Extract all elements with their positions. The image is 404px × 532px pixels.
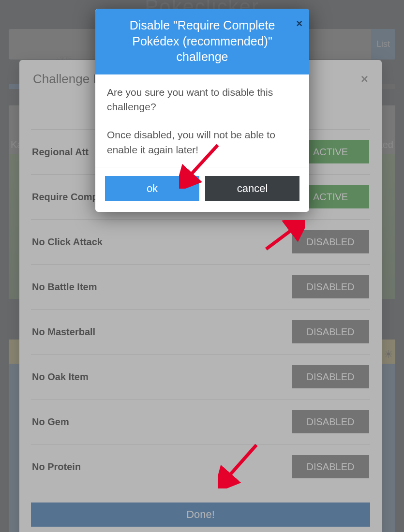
confirm-dialog: Disable "Require Complete Pokédex (recom… [95, 9, 309, 212]
dialog-actions: ok cancel [95, 167, 309, 212]
dialog-body: Are you sure you want to disable this ch… [95, 74, 309, 167]
cancel-button[interactable]: cancel [205, 176, 299, 201]
dialog-text-1: Are you sure you want to disable this ch… [107, 85, 298, 115]
dialog-close-button[interactable]: × [296, 17, 302, 30]
ok-button[interactable]: ok [105, 176, 199, 201]
dialog-text-2: Once disabled, you will not be able to e… [107, 128, 298, 157]
dialog-header: Disable "Require Complete Pokédex (recom… [95, 9, 309, 74]
dialog-title: Disable "Require Complete Pokédex (recom… [117, 17, 288, 65]
